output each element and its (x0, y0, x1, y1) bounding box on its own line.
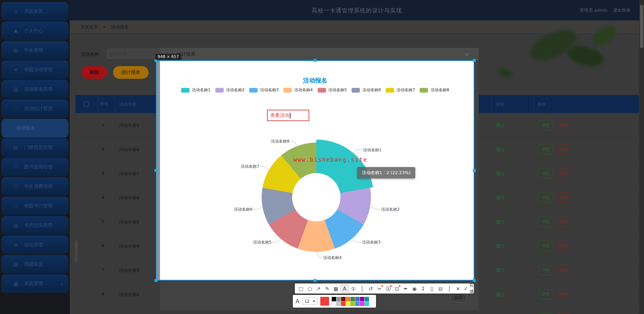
logout-link[interactable]: 退出登录 (613, 7, 631, 13)
number-step-tool[interactable]: ① (349, 284, 358, 293)
palette-color[interactable] (341, 302, 345, 306)
text-tool[interactable]: A (340, 284, 349, 293)
门禁信息管理[interactable]: ▤ 门禁信息管理 (1, 138, 68, 157)
selection-handle[interactable] (473, 279, 476, 282)
活动名称2[interactable]: 活动名称2 (215, 87, 245, 93)
palette-color[interactable] (360, 297, 364, 301)
palette-color[interactable] (355, 297, 360, 301)
row-delete-button[interactable]: 删除 (556, 265, 572, 275)
pen-tool[interactable]: ✎ (323, 284, 331, 293)
ellipse-tool[interactable]: ○ (306, 284, 314, 293)
palette-color[interactable] (332, 302, 336, 306)
row-detail-button[interactable]: 详情 (538, 144, 553, 154)
palette-color[interactable] (341, 297, 345, 301)
活动报名管理[interactable]: ▤ 活动报名管理 (1, 80, 68, 99)
rect-tool[interactable]: □ (297, 284, 305, 293)
grid-icon: ∷ (13, 203, 19, 209)
学生消费管理[interactable]: ∷ 学生消费管理 (1, 177, 68, 196)
图书借阅管理[interactable]: ∷ 图书借阅管理 (1, 158, 68, 176)
selection-handle[interactable] (473, 59, 476, 62)
report-button[interactable]: 统计报表 (113, 66, 149, 79)
palette-color[interactable] (360, 302, 364, 306)
row-detail-button[interactable]: 详情 (538, 120, 553, 130)
selection-handle[interactable] (155, 169, 157, 172)
row-delete-button[interactable]: 删除 (556, 120, 572, 130)
scrollbar-thumb[interactable] (640, 5, 643, 48)
record-gif-tool[interactable]: ✂ (375, 284, 384, 293)
sidebar-item-label: 活动统计管理 (24, 106, 52, 112)
活动报名[interactable]: 活动报名 (1, 119, 68, 138)
活动名称1[interactable]: 活动名称1 (181, 87, 211, 93)
row-delete-button[interactable]: 删除 (556, 241, 572, 251)
palette-color[interactable] (355, 302, 360, 306)
mosaic-tool[interactable]: ▦ (332, 284, 340, 293)
done-button[interactable]: ✓ 完成 (464, 282, 474, 295)
page-scrollbar[interactable] (639, 0, 644, 314)
row-detail-button[interactable]: 详情 (538, 265, 553, 275)
sidebar-collapse-handle[interactable] (74, 240, 78, 262)
row-detail-button[interactable]: 详情 (538, 241, 553, 251)
活动名称4[interactable]: 活动名称4 (283, 87, 313, 93)
活动名称5[interactable]: 活动名称5 (318, 87, 347, 93)
校园卡片管理[interactable]: ∷ 校园卡片管理 (1, 197, 68, 215)
活动统计管理[interactable]: ∷ 活动统计管理 (1, 99, 68, 118)
palette-color[interactable] (351, 302, 355, 306)
font-size-select[interactable]: 12 (302, 298, 318, 305)
annotation-textbox[interactable]: 查看活动 (267, 110, 309, 121)
活动名称8[interactable]: 活动名称8 (420, 87, 449, 93)
palette-color[interactable] (351, 297, 355, 301)
ocr-tool[interactable]: Ⓐ (384, 284, 392, 293)
活动名称7[interactable]: 活动名称7 (386, 87, 415, 93)
close-icon[interactable]: × (464, 51, 469, 58)
undo-button[interactable]: ↺ (367, 284, 375, 293)
row-delete-button[interactable]: 删除 (556, 289, 572, 299)
selection-handle[interactable] (314, 59, 316, 62)
row-delete-button[interactable]: 删除 (556, 168, 572, 178)
activity-name-label: 活动名称 (80, 51, 99, 57)
系统首页[interactable]: ⌂ 系统首页 (1, 2, 68, 21)
delete-button[interactable]: 删除 (82, 66, 107, 79)
record-screen-tool[interactable]: ◉ (410, 284, 419, 293)
row-delete-button[interactable]: 删除 (556, 144, 572, 154)
palette-color[interactable] (346, 302, 350, 306)
palette-color[interactable] (332, 297, 336, 301)
download-button[interactable]: ↧ (419, 284, 427, 293)
校园活动管理[interactable]: ≡ 校园活动管理 (1, 60, 68, 79)
卡片挂失管理[interactable]: ▤ 卡片挂失管理 (1, 216, 68, 235)
selection-handle[interactable] (473, 169, 476, 172)
divider[interactable]: │ (445, 284, 453, 293)
学生管理[interactable]: ▤ 学生管理 (1, 41, 68, 60)
论坛管理[interactable]: ≡ 论坛管理 (1, 235, 68, 254)
selection-handle[interactable] (155, 279, 157, 282)
breadcrumb-home[interactable]: 系统首页 (80, 24, 98, 30)
palette-color[interactable] (365, 302, 369, 306)
current-color-swatch[interactable] (320, 297, 329, 306)
header-divider (533, 95, 534, 113)
selection-handle[interactable] (314, 279, 316, 282)
row-detail-button[interactable]: 详情 (538, 168, 553, 178)
cancel-button[interactable]: ✕ (454, 284, 462, 293)
pin-tool[interactable]: ✒ (401, 284, 410, 293)
palette-color[interactable] (336, 302, 341, 306)
select-all-checkbox[interactable] (84, 102, 89, 107)
row-delete-button[interactable]: 删除 (556, 217, 572, 227)
row-detail-button[interactable]: 详情 (538, 289, 553, 299)
校园实况[interactable]: ▤ 校园实况 (1, 255, 68, 274)
活动名称3[interactable]: 活动名称3 (249, 87, 279, 93)
extract-tool[interactable]: ⊡ (393, 284, 401, 293)
palette-color[interactable] (336, 297, 341, 301)
arrow-tool[interactable]: ↗ (314, 284, 323, 293)
back-button[interactable]: 返回 (450, 293, 467, 302)
个人中心[interactable]: ♟ 个人中心 (1, 21, 68, 40)
bookmark-button[interactable]: ⊟ (436, 284, 445, 293)
send-to-device-button[interactable]: ▯ (428, 284, 436, 293)
palette-color[interactable] (365, 297, 369, 301)
row-detail-button[interactable]: 详情 (538, 193, 553, 203)
divider[interactable]: │ (358, 284, 366, 293)
活动名称6[interactable]: 活动名称6 (352, 87, 381, 93)
row-detail-button[interactable]: 详情 (538, 217, 553, 227)
pie-label: 活动名称6 (232, 207, 253, 212)
palette-color[interactable] (346, 297, 350, 301)
row-delete-button[interactable]: 删除 (556, 193, 572, 203)
系统管理[interactable]: ▦ 系统管理 › (1, 274, 68, 293)
